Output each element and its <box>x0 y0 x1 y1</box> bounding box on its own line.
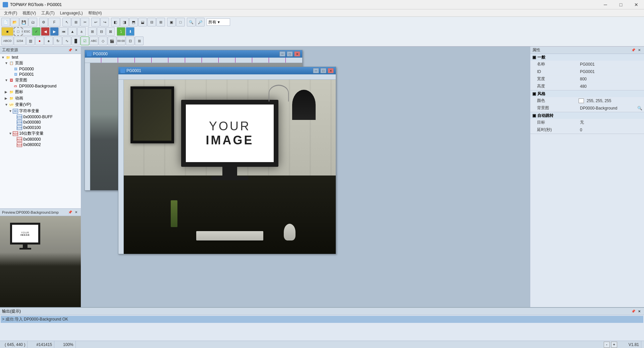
tb-align-right[interactable]: ◨ <box>120 18 129 26</box>
tb-confirm[interactable]: ✓ <box>32 27 41 36</box>
tb-circle-red[interactable]: ● <box>35 37 44 45</box>
tb-clock[interactable]: 00:00 <box>117 37 125 45</box>
menu-tools[interactable]: 工具(T) <box>39 9 57 17</box>
tb-rect[interactable]: ■ <box>1 27 13 36</box>
tb-align-top[interactable]: ⬒ <box>129 18 138 26</box>
tb-esc[interactable]: ESC <box>23 27 32 36</box>
tree-item-test[interactable]: ▼ 📁 test <box>1 55 80 60</box>
pg0001-canvas[interactable]: YOUR IMAGE <box>124 80 336 254</box>
tb-az[interactable]: a <box>77 27 86 36</box>
tree-item-bg[interactable]: ▼ 🖼 背景图 <box>1 77 80 83</box>
prop-width-value[interactable]: 800 <box>579 77 643 81</box>
color-box[interactable] <box>579 98 584 103</box>
tb-grid[interactable]: ⊞ <box>88 27 97 36</box>
tb-ungroup[interactable]: □ <box>176 18 185 26</box>
tb-group[interactable]: ▣ <box>167 18 176 26</box>
tb-redo[interactable]: ↪ <box>100 18 109 26</box>
prop-name-value[interactable]: PG0001 <box>579 62 643 67</box>
menu-help[interactable]: 帮助(H) <box>86 9 105 17</box>
pg0001-maximize[interactable]: □ <box>320 68 326 73</box>
tb-select[interactable]: ↖ <box>62 18 71 26</box>
tb-wave[interactable]: ∿ <box>62 37 71 45</box>
tb-grid3[interactable]: ⊠ <box>106 27 115 36</box>
tb-home[interactable]: ⏮ <box>59 27 68 36</box>
tb-abcbox[interactable]: ABC <box>90 37 98 45</box>
bg-search-icon[interactable]: 🔍 <box>637 106 643 111</box>
tree-item-x80[interactable]: STR 0x000080 <box>1 120 80 125</box>
pin-icon[interactable]: 📌 <box>67 48 73 53</box>
tree-item-pg0000[interactable]: 🖼 PG0000 <box>1 66 80 72</box>
tb-back[interactable]: ◀ <box>41 27 50 36</box>
tb-new[interactable]: 📄 <box>1 18 10 26</box>
prop-id-value[interactable]: PG0001 <box>579 69 643 74</box>
tb-up[interactable]: ▲ <box>68 27 77 36</box>
tree-item-num-vars[interactable]: ▼ N16 16位数字变量 <box>1 130 80 137</box>
tb-zoom-fit[interactable]: 🔍 <box>187 18 196 26</box>
close-panel-icon[interactable]: ✕ <box>73 48 79 53</box>
tb-open[interactable]: 📂 <box>10 18 19 26</box>
minimize-button[interactable]: ─ <box>598 0 613 9</box>
pg0001-minimize[interactable]: ─ <box>313 68 319 73</box>
tree-item-dp0000-bg[interactable]: 🗃 DP0000-Background <box>1 83 80 89</box>
output-close-icon[interactable]: ✕ <box>637 309 642 314</box>
tb-cut[interactable]: ✂ <box>80 18 89 26</box>
prop-color-value[interactable]: 255, 255, 255 <box>585 98 643 103</box>
preview-pin-icon[interactable]: 📌 <box>67 210 73 215</box>
pg0001-close[interactable]: ✕ <box>328 68 334 73</box>
tree-item-vp[interactable]: ▼ VP 变量(VP) <box>1 101 80 108</box>
close-button[interactable]: ✕ <box>629 0 644 9</box>
tree-item-x80000[interactable]: N16 0x080000 <box>1 137 80 142</box>
tb-checkbox[interactable]: ☑ <box>80 37 89 45</box>
prop-target-value[interactable]: 无 <box>579 120 643 125</box>
tb-saveas[interactable]: 🗂 <box>29 18 37 26</box>
tree-item-pg0001[interactable]: 🖼 PG0001 <box>1 72 80 77</box>
tb-align-bottom[interactable]: ⬓ <box>138 18 147 26</box>
tb-diamond[interactable]: ◇ <box>99 37 107 45</box>
tb-settings[interactable]: ⚙ <box>39 18 48 26</box>
tb-forward[interactable]: ▶ <box>50 27 59 36</box>
tb-dashed-rect[interactable]: □ <box>14 27 22 36</box>
tb-grid-full[interactable]: ⊞ <box>135 37 144 45</box>
prop-bg-value[interactable]: DP0000-Background <box>579 106 636 111</box>
tree-item-pages[interactable]: ▼ 📋 页面 <box>1 60 80 66</box>
tree-view[interactable]: ▼ 📁 test ▼ 📋 页面 🖼 PG0000 🖼 <box>0 54 81 208</box>
props-close-icon[interactable]: ✕ <box>637 48 642 53</box>
tb-distribute-h[interactable]: ⊟ <box>147 18 156 26</box>
props-pin-icon[interactable]: 📌 <box>631 48 636 53</box>
tb-distribute-v[interactable]: ⊞ <box>156 18 165 26</box>
tb-font[interactable]: F <box>48 18 60 26</box>
maximize-button[interactable]: □ <box>613 0 629 9</box>
tb-save[interactable]: 💾 <box>19 18 28 26</box>
pg0000-maximize[interactable]: □ <box>287 51 293 57</box>
tb-download[interactable]: ⬇ <box>126 27 135 36</box>
menu-view[interactable]: 视图(V) <box>20 9 39 17</box>
tb-undo[interactable]: ↩ <box>91 18 100 26</box>
tree-item-str-vars[interactable]: ▼ 3D 字符串变量 <box>1 108 80 114</box>
tb-copy[interactable]: ⊞ <box>71 18 80 26</box>
tree-item-buff[interactable]: STR 0x000000-BUFF <box>1 114 80 120</box>
menu-language[interactable]: Language(L) <box>57 9 86 17</box>
tree-item-x80002[interactable]: N16 0x080002 <box>1 142 80 147</box>
tb-abcd[interactable]: ABCD <box>1 37 13 45</box>
tb-bar[interactable]: ▥ <box>26 37 35 45</box>
preview-close-icon[interactable]: ✕ <box>73 210 79 215</box>
pg0000-minimize[interactable]: ─ <box>279 51 285 57</box>
output-pin-icon[interactable]: 📌 <box>631 309 636 314</box>
zoom-in-btn[interactable]: + <box>611 342 617 348</box>
tree-item-animation[interactable]: ▶ 📁 动画 <box>1 95 80 101</box>
zoom-out-btn[interactable]: - <box>604 342 610 348</box>
tb-1234[interactable]: 1234 <box>14 37 26 45</box>
tb-cursor-box[interactable]: ⊡ <box>126 37 135 45</box>
tb-zoom-actual[interactable]: 🔎 <box>196 18 205 26</box>
menu-file[interactable]: 文件(F) <box>1 9 20 17</box>
tb-export[interactable]: ⤵ <box>117 27 125 36</box>
pg0000-close[interactable]: ✕ <box>294 51 300 57</box>
tree-item-icons[interactable]: ▶ 📁 图标 <box>1 89 80 95</box>
tb-filter-dropdown[interactable]: 所有 ▾ <box>207 18 230 26</box>
tb-grid2[interactable]: ⊟ <box>97 27 106 36</box>
tb-barcode[interactable]: ▐▌ <box>71 37 80 45</box>
general-section-header[interactable]: ▣ 一般 <box>530 54 644 61</box>
tb-film[interactable]: 🎬 <box>108 37 116 45</box>
tb-align-left[interactable]: ◧ <box>111 18 120 26</box>
prop-delay-value[interactable]: 0 <box>579 128 643 132</box>
